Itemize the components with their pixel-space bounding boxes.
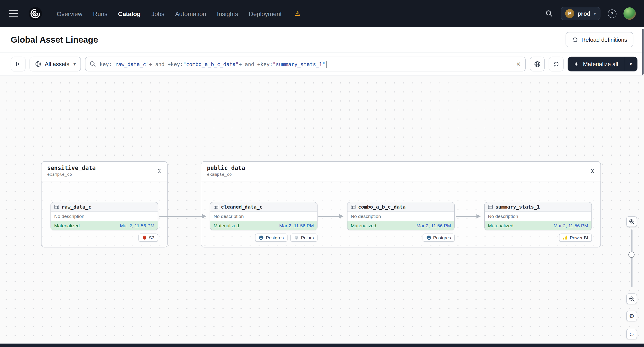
deployment-name: prod bbox=[578, 10, 590, 17]
asset-name: combo_a_b_c_data bbox=[358, 204, 406, 210]
deployment-switcher[interactable]: P prod ▾ bbox=[561, 7, 601, 20]
query-token: key: bbox=[260, 61, 272, 67]
materialization-timestamp-link[interactable]: Mar 2, 11:56 PM bbox=[120, 223, 154, 228]
nav-left: Overview Runs Catalog Jobs Automation In… bbox=[8, 6, 300, 21]
asset-scope-select[interactable]: All assets ▾ bbox=[30, 57, 81, 71]
hamburger-menu-icon[interactable] bbox=[8, 9, 19, 18]
asset-name: cleaned_data_c bbox=[221, 204, 262, 210]
asset-description: No description bbox=[210, 212, 317, 221]
reload-definitions-label: Reload definitions bbox=[582, 36, 627, 43]
feedback-button[interactable]: ☺ bbox=[626, 329, 637, 340]
page-title: Global Asset Lineage bbox=[11, 35, 98, 44]
chevron-down-icon: ▾ bbox=[630, 61, 632, 67]
smiley-icon: ☺ bbox=[629, 331, 634, 337]
asset-node-cleaned-data-c[interactable]: cleaned_data_c No description Materializ… bbox=[210, 202, 318, 230]
unfold-less-icon bbox=[156, 168, 162, 174]
materialization-timestamp-link[interactable]: Mar 2, 11:56 PM bbox=[279, 223, 314, 228]
tag-label: Power BI bbox=[570, 235, 588, 240]
status-badge: Materialized bbox=[488, 223, 514, 228]
kind-tag-postgres[interactable]: Postgres bbox=[255, 234, 287, 242]
asset-status-row: Materialized Mar 2, 11:56 PM bbox=[348, 221, 454, 230]
asset-name: raw_data_c bbox=[62, 204, 92, 210]
postgres-icon bbox=[426, 235, 431, 240]
search-icon[interactable] bbox=[544, 8, 555, 19]
zoom-in-button[interactable] bbox=[626, 216, 637, 227]
gear-icon: ⚙ bbox=[629, 313, 634, 319]
deployment-warning-icon: ⚠ bbox=[295, 10, 300, 17]
nav-item-overview[interactable]: Overview bbox=[57, 10, 82, 17]
materialize-all-label: Materialize all bbox=[583, 61, 618, 67]
status-badge: Materialized bbox=[214, 223, 239, 228]
tag-label: S3 bbox=[149, 235, 154, 240]
kind-tag-s3[interactable]: S3 bbox=[138, 234, 158, 242]
asset-node-header: raw_data_c bbox=[51, 202, 158, 212]
nav-item-automation[interactable]: Automation bbox=[175, 10, 206, 17]
nav-item-catalog[interactable]: Catalog bbox=[118, 10, 141, 17]
query-token: key: bbox=[100, 61, 112, 67]
kind-tag-polars[interactable]: Polars bbox=[290, 234, 318, 242]
status-badge: Materialized bbox=[351, 223, 376, 228]
lineage-canvas[interactable]: sensitive_data example_co public_data ex… bbox=[0, 76, 644, 344]
asset-selection-input[interactable]: key: "raw_data_c" + and + key: "combo_a_… bbox=[85, 57, 526, 71]
bottom-bar bbox=[0, 344, 644, 347]
table-icon bbox=[351, 204, 356, 209]
asset-scope-label: All assets bbox=[45, 61, 69, 67]
query-token: "raw_data_c" bbox=[112, 61, 149, 67]
zoom-slider-handle[interactable] bbox=[628, 252, 634, 258]
asset-tags-summary-stats-1: Power BI bbox=[484, 234, 592, 242]
collapse-group-button[interactable] bbox=[588, 167, 596, 175]
asset-status-row: Materialized Mar 2, 11:56 PM bbox=[51, 221, 158, 230]
collapse-group-button[interactable] bbox=[155, 167, 163, 175]
scrollbar-thumb[interactable] bbox=[642, 29, 644, 75]
lineage-toolbar: All assets ▾ key: "raw_data_c" + and + k… bbox=[0, 52, 644, 76]
help-button[interactable]: ? bbox=[606, 8, 618, 19]
group-name: public_data bbox=[207, 165, 594, 171]
nav-item-deployment[interactable]: Deployment bbox=[249, 10, 282, 17]
toggle-side-panel-button[interactable] bbox=[11, 57, 26, 71]
app-root: Overview Runs Catalog Jobs Automation In… bbox=[0, 0, 644, 347]
asset-node-combo-a-b-c-data[interactable]: combo_a_b_c_data No description Material… bbox=[347, 202, 455, 230]
chevron-down-icon: ▾ bbox=[594, 11, 596, 16]
materialize-options-button[interactable]: ▾ bbox=[624, 57, 638, 71]
materialization-timestamp-link[interactable]: Mar 2, 11:56 PM bbox=[416, 223, 451, 228]
refresh-button[interactable] bbox=[549, 57, 564, 71]
materialize-all-button[interactable]: Materialize all bbox=[568, 57, 624, 71]
globe-icon bbox=[35, 61, 41, 67]
sparkle-icon bbox=[574, 61, 580, 67]
reload-icon bbox=[572, 36, 578, 43]
nav-item-runs[interactable]: Runs bbox=[93, 10, 107, 17]
materialization-timestamp-link[interactable]: Mar 2, 11:56 PM bbox=[554, 223, 588, 228]
group-code-location: example_co bbox=[207, 172, 594, 176]
query-token: "summary_stats_1" bbox=[272, 61, 325, 67]
zoom-slider[interactable] bbox=[626, 229, 637, 287]
dagster-logo-icon[interactable] bbox=[28, 6, 43, 21]
asset-description: No description bbox=[485, 212, 592, 221]
asset-status-row: Materialized Mar 2, 11:56 PM bbox=[210, 221, 317, 230]
asset-node-raw-data-c[interactable]: raw_data_c No description Materialized M… bbox=[50, 202, 158, 230]
top-navbar: Overview Runs Catalog Jobs Automation In… bbox=[0, 0, 644, 27]
asset-node-summary-stats-1[interactable]: summary_stats_1 No description Materiali… bbox=[484, 202, 592, 230]
graph-filter-button[interactable] bbox=[530, 57, 545, 71]
s3-icon bbox=[142, 235, 147, 240]
text-cursor bbox=[326, 60, 327, 67]
graph-settings-button[interactable]: ⚙ bbox=[626, 311, 637, 321]
group-header: public_data example_co bbox=[201, 162, 601, 181]
tag-label: Postgres bbox=[266, 235, 284, 240]
kind-tag-powerbi[interactable]: Power BI bbox=[559, 234, 592, 242]
zoom-out-button[interactable] bbox=[626, 293, 637, 304]
clear-query-button[interactable]: × bbox=[516, 60, 522, 68]
nav-item-insights[interactable]: Insights bbox=[217, 10, 238, 17]
zoom-in-icon bbox=[628, 219, 635, 225]
user-avatar[interactable] bbox=[624, 7, 636, 20]
chevron-down-icon: ▾ bbox=[74, 61, 76, 67]
globe-icon bbox=[534, 60, 541, 67]
kind-tag-postgres[interactable]: Postgres bbox=[422, 234, 455, 242]
reload-definitions-button[interactable]: Reload definitions bbox=[565, 32, 633, 47]
nav-item-jobs[interactable]: Jobs bbox=[151, 10, 164, 17]
table-icon bbox=[488, 204, 493, 209]
asset-node-header: combo_a_b_c_data bbox=[348, 202, 454, 212]
asset-description: No description bbox=[51, 212, 158, 221]
primary-nav: Overview Runs Catalog Jobs Automation In… bbox=[57, 10, 300, 17]
table-icon bbox=[54, 204, 59, 209]
deployment-avatar: P bbox=[565, 9, 574, 18]
